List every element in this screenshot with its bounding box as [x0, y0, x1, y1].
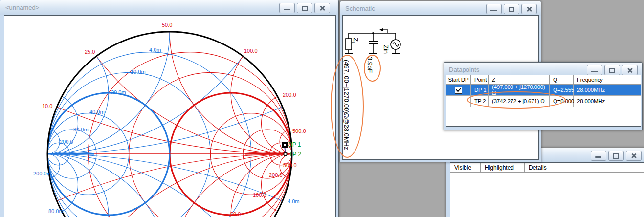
column-header[interactable]: Q [550, 75, 574, 84]
datapoints-table: Start DPPointZQFrequency DP 1(497.000 + … [446, 75, 641, 126]
close-icon [319, 5, 325, 11]
column-header[interactable]: Details [525, 163, 644, 172]
start-dp-checkbox[interactable] [455, 87, 462, 94]
details-window-controls [591, 151, 642, 161]
table-cell: Q=2.555 [550, 85, 574, 95]
schematic-window-title: Schematic [345, 5, 375, 12]
schematic-window-titlebar[interactable]: Schematic [340, 1, 541, 16]
table-cell: 28.000MHz [574, 85, 641, 95]
close-button[interactable] [626, 151, 642, 161]
close-button[interactable] [314, 3, 330, 13]
smith-chart-window: <unnamed> 50.025.010.0100.0200.0500.0500… [0, 0, 339, 217]
minimize-button[interactable] [279, 3, 295, 13]
maximize-icon [613, 153, 619, 159]
column-header[interactable]: Visible [450, 163, 481, 172]
maximize-icon [509, 7, 514, 12]
minimize-button[interactable] [587, 65, 602, 75]
maximize-icon [609, 68, 615, 73]
details-table-header-row: VisibleHighlightedDetails [450, 163, 644, 173]
table-cell: DP 1 [471, 85, 489, 95]
close-button[interactable] [521, 4, 537, 14]
load-impedance-label: (497. 00+j1270.00)Ω@28.0MHz [343, 60, 350, 150]
maximize-button[interactable] [297, 3, 312, 13]
smith-chart-svg [4, 16, 335, 217]
datapoint-row[interactable]: DP 1(497.000 + j1270.000) ΩQ=2.55528.000… [446, 85, 641, 96]
chart-window-controls [279, 3, 330, 13]
datapoint-row[interactable]: TP 2(3742.272 + j0.671) ΩQ=0.00028.000MH… [446, 96, 641, 107]
table-cell: (497.000 + j1270.000) Ω [489, 85, 550, 95]
minimize-icon [591, 71, 598, 72]
sine-icon [393, 43, 399, 46]
minimize-button[interactable] [486, 4, 502, 14]
schematic-window-controls [486, 4, 537, 14]
chart-window-title: <unnamed> [5, 4, 39, 11]
maximize-button[interactable] [504, 4, 519, 14]
chart-window-titlebar[interactable]: <unnamed> [0, 0, 338, 15]
table-cell: TP 2 [471, 96, 489, 107]
datapoints-table-header-row: Start DPPointZQFrequency [446, 75, 641, 85]
zin-arrowhead-icon [379, 28, 383, 32]
table-cell: (3742.272 + j0.671) Ω [489, 96, 550, 107]
minimize-icon [595, 156, 601, 158]
datapoints-table-body: DP 1(497.000 + j1270.000) ΩQ=2.55528.000… [446, 85, 641, 107]
datapoints-window-controls [587, 65, 638, 75]
start-dp-cell[interactable] [446, 96, 471, 107]
column-header[interactable]: Frequency [574, 75, 641, 84]
mdi-workspace: <unnamed> 50.025.010.0100.0200.0500.0500… [0, 0, 644, 217]
column-header[interactable]: Z [489, 75, 550, 84]
close-icon [526, 6, 532, 12]
details-table: VisibleHighlightedDetails [450, 163, 644, 217]
table-cell: 28.000MHz [574, 96, 641, 107]
minimize-icon [490, 10, 497, 11]
column-header[interactable]: Start DP [446, 75, 471, 84]
maximize-icon [302, 6, 308, 11]
close-button[interactable] [622, 65, 638, 75]
details-window-content: VisibleHighlightedDetails [450, 162, 644, 217]
maximize-button[interactable] [604, 65, 620, 75]
capacitor-value-label: 3.9pF [366, 57, 374, 73]
smith-chart-canvas[interactable]: 50.025.010.0100.0200.0500.0500.0200.0100… [4, 15, 336, 217]
start-dp-cell[interactable] [446, 85, 471, 95]
zin-label: Zin [382, 45, 390, 54]
close-icon [631, 153, 637, 159]
column-header[interactable]: Point [471, 75, 489, 84]
datapoints-window-content: Start DPPointZQFrequency DP 1(497.000 + … [446, 75, 641, 127]
close-icon [627, 67, 633, 73]
minimize-icon [284, 9, 290, 10]
load-label: ZL [351, 38, 359, 44]
column-header[interactable]: Highlighted [481, 163, 525, 172]
maximize-button[interactable] [608, 151, 624, 161]
datapoints-window-title: Datapoints [449, 66, 479, 73]
datapoints-window: Datapoints Start DPPointZQFrequency DP 1… [444, 62, 643, 130]
table-cell: Q=0.000 [550, 96, 574, 107]
minimize-button[interactable] [591, 151, 606, 161]
